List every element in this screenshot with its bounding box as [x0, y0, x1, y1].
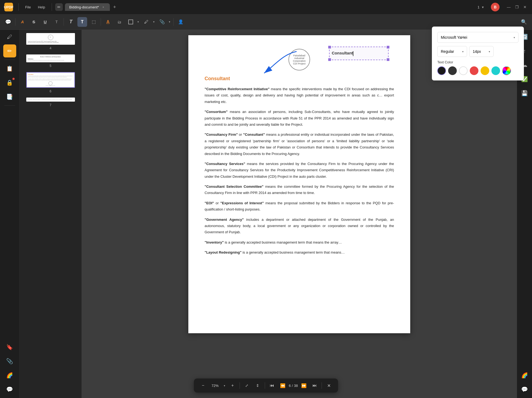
highlight-button[interactable]: A: [18, 17, 27, 27]
text-edit-content: Consultant: [332, 51, 353, 56]
font-name-arrow: ▾: [514, 36, 515, 39]
sidebar-colorful-button[interactable]: 🌈: [3, 369, 16, 382]
resize-handle-br[interactable]: [387, 58, 389, 61]
thumbnail-4[interactable]: 🏛 Faisak based Industriell Coproration (…: [26, 33, 75, 50]
color-swatch-black2[interactable]: [448, 66, 457, 75]
page-indicator: 1 ▾: [478, 4, 485, 10]
left-sidebar: 📄 🖊 ✏ 📋 🔒 📑 🔖 📎 🌈 💬: [0, 14, 19, 398]
user-avatar[interactable]: B: [491, 3, 500, 11]
tab-close-button[interactable]: ×: [101, 5, 106, 9]
draw-dropdown[interactable]: 🖊 ▾: [142, 17, 156, 27]
draw-button[interactable]: 🖊: [142, 17, 151, 27]
zoom-dropdown-arrow[interactable]: ▾: [222, 383, 226, 388]
thumbnail-5[interactable]: Section 1. Definitions and Interpretatio…: [26, 54, 75, 68]
color-a-button[interactable]: A: [103, 17, 113, 27]
text-t-button[interactable]: T: [52, 17, 61, 27]
close-button[interactable]: ✕: [521, 3, 529, 11]
zoom-in-button[interactable]: +: [228, 381, 237, 390]
fill-button[interactable]: 🗂: [114, 17, 124, 27]
para-inventory-bold: "Inventory": [205, 240, 224, 244]
shapes-button[interactable]: [126, 17, 136, 27]
color-swatch-yellow[interactable]: [481, 66, 489, 75]
sidebar-edit-button[interactable]: ✏: [3, 44, 16, 57]
maximize-button[interactable]: ❒: [513, 3, 521, 11]
minimize-button[interactable]: —: [505, 3, 513, 11]
zoom-out-button[interactable]: −: [198, 381, 208, 390]
para-eoi: "EOI" or "Expressions of Interest" means…: [205, 200, 394, 213]
page-last-button[interactable]: ⏭: [310, 381, 320, 390]
para-consortium-rest: means an association of persons, includi…: [205, 110, 394, 127]
strikethrough-button[interactable]: S: [29, 17, 39, 27]
font-name-selector[interactable]: Microsoft YaHei ▾: [437, 32, 518, 43]
sidebar-attachment-button[interactable]: 📎: [3, 355, 16, 368]
shapes-arrow[interactable]: ▾: [136, 17, 140, 27]
sidebar-organize-button[interactable]: 📑: [3, 90, 16, 103]
underline-button[interactable]: U: [40, 17, 50, 27]
resize-handle-tr[interactable]: [387, 46, 389, 48]
toolbar-separator-3: [101, 18, 101, 26]
sidebar-protect-button[interactable]: 🔒: [3, 76, 16, 89]
fit-page-button[interactable]: ⤢: [242, 381, 252, 390]
thumbnail-6[interactable]: Consultant "Competitive Reinforcement In…: [26, 72, 75, 93]
edit-text-value: Consultant: [332, 51, 353, 55]
para-consortium-bold: "Consortium": [205, 110, 228, 114]
draw-arrow[interactable]: ▾: [152, 17, 156, 27]
page-dropdown-arrow[interactable]: ▾: [480, 4, 485, 10]
color-swatch-black[interactable]: [437, 66, 446, 75]
fit-width-icon: ⇕: [256, 383, 259, 388]
menu-file[interactable]: File: [22, 4, 34, 10]
colorful2-button[interactable]: 🌈: [518, 369, 531, 382]
page-next-button[interactable]: ⏩: [299, 381, 309, 390]
font-style-selector[interactable]: Regular ▾: [437, 46, 467, 57]
save-button[interactable]: 💾: [518, 87, 531, 100]
thumb-logo-4: 🏛: [48, 35, 53, 40]
resize-handle-tl[interactable]: [328, 46, 331, 48]
page-first-button[interactable]: ⏮: [267, 381, 277, 390]
font-size-selector[interactable]: 14px ▾: [469, 46, 494, 57]
shapes-dropdown[interactable]: ▾: [126, 17, 140, 27]
thumbnail-7[interactable]: "Local Member" means the local member of…: [26, 98, 75, 107]
thumb-title-6: Consultant: [28, 74, 73, 75]
text-color-label: Text Color: [437, 60, 518, 64]
sidebar-bookmark-button[interactable]: 🔖: [3, 341, 16, 354]
edit-mode-icon[interactable]: ✏: [55, 3, 63, 11]
toolbar-separator-1: [15, 18, 15, 26]
menu-help[interactable]: Help: [35, 4, 48, 10]
bookmark-icon: 🔖: [6, 344, 13, 350]
page-total-display: 38: [294, 384, 298, 388]
attach-dropdown[interactable]: 📎 ▾: [157, 17, 171, 27]
attach-button[interactable]: 📎: [157, 17, 167, 27]
page-prev-button[interactable]: ⏪: [278, 381, 288, 390]
sidebar-comments-button[interactable]: 💬: [3, 383, 16, 396]
thumb-frame-7: "Local Member" means the local member of…: [26, 98, 75, 102]
page-layout-button[interactable]: ⬚: [89, 17, 98, 27]
header-logo: Faisalabad Industrial CorporationCDI Pro…: [288, 49, 310, 70]
font-name-value: Microsoft YaHei: [441, 35, 467, 40]
comments-icon: 💬: [6, 386, 13, 393]
color-swatch-red[interactable]: [470, 66, 478, 75]
color-swatch-cyan[interactable]: [491, 66, 500, 75]
active-tab[interactable]: Bidding-document* ×: [65, 3, 110, 11]
sidebar-forms-button[interactable]: 📋: [3, 62, 16, 75]
text-edit-box[interactable]: Consultant: [329, 47, 389, 60]
resize-handle-bl[interactable]: [328, 58, 331, 61]
edit-text-button[interactable]: T: [77, 17, 87, 27]
color-swatch-multi[interactable]: [502, 66, 511, 75]
text-font-button[interactable]: T: [66, 17, 76, 27]
sidebar-annotate-button[interactable]: 🖊: [3, 30, 16, 43]
search-button[interactable]: 🔍: [519, 17, 529, 27]
tab-add-button[interactable]: +: [111, 3, 119, 11]
user-button[interactable]: 👤: [176, 17, 186, 27]
comment-button[interactable]: 💬: [3, 17, 13, 27]
annotate-icon: 🖊: [7, 34, 12, 40]
title-divider2: [52, 3, 52, 11]
sidebar-separator-1: [4, 60, 15, 60]
chat-button[interactable]: 💬: [518, 383, 531, 396]
bottom-close-button[interactable]: ✕: [324, 381, 334, 390]
thumb-text-6b: "Consortium" means an association of per…: [28, 79, 73, 80]
color-swatch-white[interactable]: [459, 66, 468, 75]
app-logo[interactable]: UPDF: [0, 3, 17, 11]
thumb-frame-4: 🏛 Faisak based Industriell Coproration (…: [26, 33, 75, 45]
fit-width-button[interactable]: ⇕: [253, 381, 262, 390]
attach-arrow[interactable]: ▾: [168, 17, 171, 27]
